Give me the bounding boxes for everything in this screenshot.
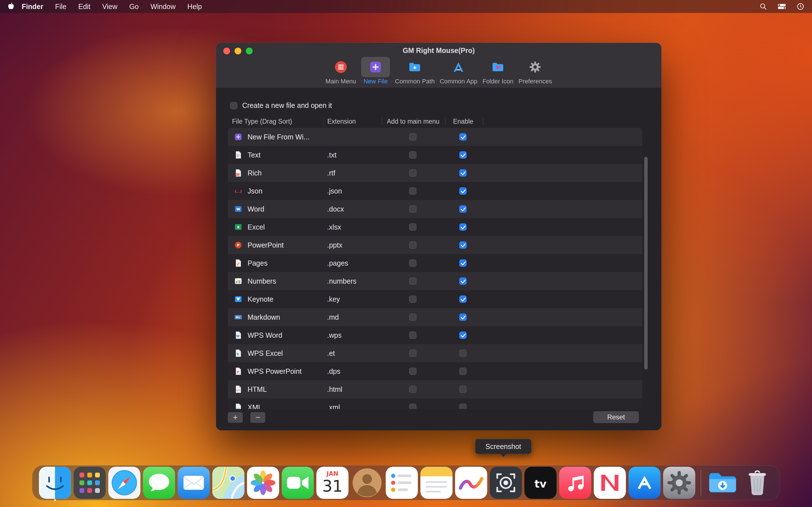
enable-checkbox[interactable]: [459, 314, 467, 321]
dock-icon-trash[interactable]: [741, 467, 773, 499]
dock-icon-music[interactable]: [559, 467, 591, 499]
table-row[interactable]: WWPS Word.wps: [228, 326, 642, 344]
enable-checkbox[interactable]: [459, 133, 467, 140]
menu-item-go[interactable]: Go: [123, 0, 145, 13]
enable-checkbox[interactable]: [459, 169, 467, 177]
table-row[interactable]: WWord.docx: [228, 200, 642, 218]
svg-text:M↓: M↓: [236, 316, 241, 319]
dock-icon-finder[interactable]: [39, 467, 71, 499]
add-to-main-menu-checkbox[interactable]: [409, 368, 416, 375]
table-row[interactable]: {..}Json.json: [228, 182, 642, 200]
toolbar-tab-folder-icon[interactable]: Folder Icon: [483, 57, 513, 85]
add-to-main-menu-checkbox[interactable]: [409, 349, 416, 357]
reset-button[interactable]: Reset: [593, 411, 639, 423]
table-row[interactable]: Pages.pages: [228, 254, 642, 272]
menu-item-file[interactable]: File: [49, 0, 72, 13]
column-header-file-type[interactable]: File Type (Drag Sort): [232, 115, 292, 128]
add-to-main-menu-checkbox[interactable]: [409, 133, 416, 140]
add-row-button[interactable]: +: [228, 412, 243, 423]
table-row[interactable]: XExcel.xlsx: [228, 218, 642, 236]
enable-checkbox[interactable]: [459, 151, 467, 159]
file-type-name: HTML: [248, 380, 267, 398]
dock-icon-downloads[interactable]: [707, 467, 739, 499]
enable-checkbox[interactable]: [459, 187, 467, 194]
toolbar-tab-new-file[interactable]: New File: [361, 57, 390, 85]
toolbar-tab-common-path[interactable]: Common Path: [395, 57, 435, 85]
enable-checkbox[interactable]: [459, 332, 467, 339]
menu-item-edit[interactable]: Edit: [72, 0, 96, 13]
control-center-icon[interactable]: [777, 4, 786, 9]
dock-icon-contacts[interactable]: [351, 467, 383, 499]
table-scrollbar[interactable]: [644, 155, 648, 436]
add-to-main-menu-checkbox[interactable]: [409, 187, 416, 194]
dock-icon-messages[interactable]: [143, 467, 175, 499]
dock-icon-screenshot[interactable]: [490, 467, 522, 499]
dock-icon-maps[interactable]: [212, 467, 245, 499]
dock-icon-news[interactable]: [594, 467, 626, 499]
create-file-checkbox[interactable]: [230, 102, 238, 109]
add-to-main-menu-checkbox[interactable]: [409, 169, 416, 177]
table-row[interactable]: </>HTML.html: [228, 380, 642, 398]
table-row[interactable]: SWPS Excel.et: [228, 344, 642, 362]
enable-checkbox[interactable]: [459, 404, 467, 409]
enable-checkbox[interactable]: [459, 241, 467, 249]
dock-icon-appstore[interactable]: [628, 467, 661, 499]
dock-icon-settings[interactable]: [663, 467, 695, 499]
add-to-main-menu-checkbox[interactable]: [409, 386, 416, 393]
dock-icon-calendar[interactable]: JAN31: [316, 467, 349, 499]
create-file-row[interactable]: Create a new file and open it: [230, 101, 332, 110]
table-row[interactable]: New File From Wi...: [228, 128, 642, 146]
add-to-main-menu-checkbox[interactable]: [409, 205, 416, 213]
menu-item-window[interactable]: Window: [145, 0, 182, 13]
table-row[interactable]: PWPS PowerPoint.dps: [228, 362, 642, 380]
search-icon[interactable]: [760, 3, 767, 10]
add-to-main-menu-checkbox[interactable]: [409, 404, 416, 409]
add-to-main-menu-checkbox[interactable]: [409, 295, 416, 303]
menu-item-view[interactable]: View: [96, 0, 123, 13]
remove-row-button[interactable]: −: [250, 412, 265, 423]
dock-icon-photos[interactable]: [247, 467, 279, 499]
dock-icon-mail[interactable]: [177, 467, 210, 499]
enable-checkbox[interactable]: [459, 386, 467, 393]
toolbar-tab-preferences[interactable]: Preferences: [518, 57, 552, 85]
menu-item-help[interactable]: Help: [182, 0, 208, 13]
enable-checkbox[interactable]: [459, 349, 467, 357]
dock-icon-freeform[interactable]: [455, 467, 487, 499]
dock-icon-appletv[interactable]: tv: [524, 467, 557, 499]
scrollbar-thumb[interactable]: [644, 157, 648, 370]
column-header-enable[interactable]: Enable: [453, 115, 473, 128]
toolbar-tab-common-app[interactable]: Common App: [440, 57, 477, 85]
dock-icon-notes[interactable]: [420, 467, 453, 499]
table-row[interactable]: PPowerPoint.pptx: [228, 236, 642, 254]
enable-checkbox[interactable]: [459, 295, 467, 303]
apple-menu[interactable]: [8, 2, 14, 11]
dock-icon-reminders[interactable]: [386, 467, 418, 499]
add-to-main-menu-checkbox[interactable]: [409, 223, 416, 231]
add-to-main-menu-checkbox[interactable]: [409, 277, 416, 285]
table-row[interactable]: RTFRich.rtf: [228, 164, 642, 182]
clock-icon[interactable]: [797, 3, 804, 10]
table-row[interactable]: Text.txt: [228, 146, 642, 164]
dock-icon-facetime[interactable]: [282, 467, 314, 499]
menu-item-finder[interactable]: Finder: [16, 0, 49, 13]
enable-checkbox[interactable]: [459, 368, 467, 375]
enable-checkbox[interactable]: [459, 277, 467, 285]
add-to-main-menu-checkbox[interactable]: [409, 314, 416, 321]
toolbar-tab-main-menu[interactable]: Main Menu: [325, 57, 356, 85]
dock-icon-launchpad[interactable]: [73, 467, 106, 499]
add-to-main-menu-checkbox[interactable]: [409, 260, 416, 267]
column-header-extension[interactable]: Extension: [327, 115, 356, 128]
svg-text:P: P: [237, 371, 239, 374]
table-row[interactable]: M↓Markdown.md: [228, 308, 642, 326]
add-to-main-menu-checkbox[interactable]: [409, 332, 416, 339]
column-header-add-to-main-menu[interactable]: Add to main menu: [387, 115, 440, 128]
table-row[interactable]: </>XML.xml: [228, 398, 642, 409]
enable-checkbox[interactable]: [459, 205, 467, 213]
enable-checkbox[interactable]: [459, 223, 467, 231]
dock-icon-safari[interactable]: [108, 467, 140, 499]
enable-checkbox[interactable]: [459, 260, 467, 267]
table-row[interactable]: Numbers.numbers: [228, 272, 642, 290]
add-to-main-menu-checkbox[interactable]: [409, 151, 416, 159]
add-to-main-menu-checkbox[interactable]: [409, 241, 416, 249]
table-row[interactable]: Keynote.key: [228, 290, 642, 308]
